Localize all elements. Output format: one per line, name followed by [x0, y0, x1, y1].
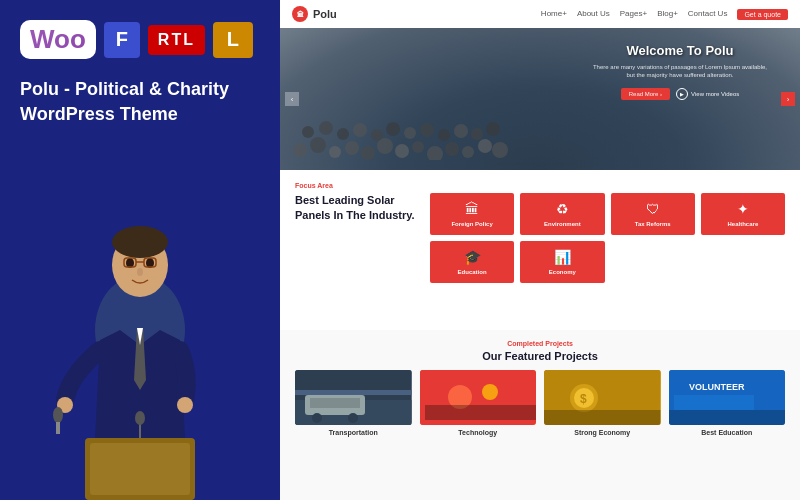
svg-point-26 — [445, 142, 459, 156]
svg-text:$: $ — [580, 392, 587, 406]
transport-img-svg — [295, 370, 412, 425]
svg-rect-48 — [295, 390, 412, 395]
svg-rect-61 — [669, 410, 786, 425]
focus-content: Best Leading Solar Panels In The Industr… — [295, 193, 785, 283]
projects-label: Completed Projects — [295, 340, 785, 347]
svg-point-21 — [361, 146, 375, 160]
svg-point-38 — [438, 129, 450, 141]
project-card-education[interactable]: VOLUNTEER Best Education — [669, 370, 786, 436]
theme-title: Polu - Political & Charity WordPress The… — [20, 77, 260, 127]
nav-blog[interactable]: Blog+ — [657, 9, 678, 20]
woo-logo: Woo — [30, 24, 86, 55]
site-nav: 🏛 Polu Home+ About Us Pages+ Blog+ Conta… — [280, 0, 800, 28]
svg-point-25 — [427, 146, 443, 160]
focus-title: Best Leading Solar Panels In The Industr… — [295, 193, 415, 224]
environment-icon: ♻ — [556, 201, 569, 217]
nav-pages[interactable]: Pages+ — [620, 9, 647, 20]
education-label: Education — [458, 269, 487, 275]
svg-point-51 — [482, 384, 498, 400]
badge-f: F — [104, 22, 140, 58]
project-img-tech — [420, 370, 537, 425]
hero-title: Welcome To Polu — [590, 43, 770, 58]
right-panel: 🏛 Polu Home+ About Us Pages+ Blog+ Conta… — [280, 0, 800, 500]
svg-point-16 — [135, 411, 145, 425]
svg-rect-57 — [544, 410, 661, 425]
hero-prev-arrow[interactable]: ‹ — [285, 92, 299, 106]
video-label: View more Videos — [691, 91, 739, 97]
svg-point-46 — [312, 413, 322, 423]
project-card-economy[interactable]: $ Strong Economy — [544, 370, 661, 436]
person-silhouette — [30, 200, 250, 500]
svg-point-17 — [293, 143, 307, 157]
hero-next-arrow[interactable]: › — [781, 92, 795, 106]
svg-point-28 — [478, 139, 492, 153]
project-label-tech: Technology — [458, 429, 497, 436]
svg-point-39 — [454, 124, 468, 138]
site-logo-icon: 🏛 — [292, 6, 308, 22]
nav-links: Home+ About Us Pages+ Blog+ Contact Us G… — [541, 9, 788, 20]
project-label-economy: Strong Economy — [574, 429, 630, 436]
project-img-economy: $ — [544, 370, 661, 425]
svg-point-19 — [329, 146, 341, 158]
projects-title: Our Featured Projects — [295, 350, 785, 362]
svg-point-12 — [177, 397, 193, 413]
healthcare-label: Healthcare — [728, 221, 759, 227]
tech-img-svg — [420, 370, 537, 425]
hero-buttons: Read More › ▶ View more Videos — [590, 88, 770, 100]
site-logo-text: Polu — [313, 8, 337, 20]
environment-label: Environment — [544, 221, 581, 227]
focus-card-tax[interactable]: 🛡 Tax Reforms — [611, 193, 695, 235]
nav-home[interactable]: Home+ — [541, 9, 567, 20]
nav-cta-button[interactable]: Get a quote — [737, 9, 788, 20]
foreign-policy-icon: 🏛 — [465, 201, 479, 217]
focus-card-healthcare[interactable]: ✦ Healthcare — [701, 193, 785, 235]
hero-section: Welcome To Polu There are many variation… — [280, 28, 800, 170]
svg-point-41 — [486, 122, 500, 136]
focus-card-foreign-policy[interactable]: 🏛 Foreign Policy — [430, 193, 514, 235]
woo-badge: Woo — [20, 20, 96, 59]
focus-card-environment[interactable]: ♻ Environment — [520, 193, 604, 235]
hero-read-more-btn[interactable]: Read More › — [621, 88, 670, 100]
project-card-transport[interactable]: Transportation — [295, 370, 412, 436]
project-label-transport: Transportation — [329, 429, 378, 436]
svg-point-37 — [420, 123, 434, 137]
svg-point-18 — [310, 137, 326, 153]
svg-rect-52 — [425, 405, 537, 420]
svg-rect-60 — [674, 395, 754, 410]
project-img-education: VOLUNTEER — [669, 370, 786, 425]
projects-section: Completed Projects Our Featured Projects… — [280, 330, 800, 500]
focus-card-education[interactable]: 🎓 Education — [430, 241, 514, 283]
play-icon: ▶ — [676, 88, 688, 100]
nav-about[interactable]: About Us — [577, 9, 610, 20]
svg-point-36 — [404, 127, 416, 139]
hero-desc: There are many variations of passages of… — [590, 63, 770, 80]
nav-contact[interactable]: Contact Us — [688, 9, 728, 20]
svg-text:VOLUNTEER: VOLUNTEER — [689, 382, 745, 392]
svg-point-47 — [348, 413, 358, 423]
projects-grid: Transportation Technology — [295, 370, 785, 436]
focus-grid: 🏛 Foreign Policy ♻ Environment 🛡 Tax Ref… — [430, 193, 785, 283]
project-img-transport — [295, 370, 412, 425]
hero-video-btn[interactable]: ▶ View more Videos — [676, 88, 739, 100]
hero-content: Welcome To Polu There are many variation… — [590, 43, 770, 100]
svg-rect-14 — [90, 443, 190, 495]
svg-point-31 — [319, 121, 333, 135]
svg-point-27 — [462, 146, 474, 158]
person-image — [0, 200, 280, 500]
svg-point-40 — [471, 128, 483, 140]
focus-card-economy[interactable]: 📊 Economy — [520, 241, 604, 283]
badges-row: Woo F RTL L — [20, 20, 260, 59]
svg-rect-11 — [56, 422, 60, 434]
svg-point-24 — [412, 141, 424, 153]
left-panel: Woo F RTL L Polu - Political & Charity W… — [0, 0, 280, 500]
svg-point-34 — [371, 129, 383, 141]
focus-area-section: Focus Area Best Leading Solar Panels In … — [280, 170, 800, 330]
svg-point-8 — [137, 268, 143, 276]
svg-point-29 — [492, 142, 508, 158]
project-card-tech[interactable]: Technology — [420, 370, 537, 436]
focus-heading: Best Leading Solar Panels In The Industr… — [295, 193, 415, 283]
project-label-education: Best Education — [701, 429, 752, 436]
svg-point-23 — [395, 144, 409, 158]
site-logo: 🏛 Polu — [292, 6, 337, 22]
economy-img-svg: $ — [544, 370, 661, 425]
